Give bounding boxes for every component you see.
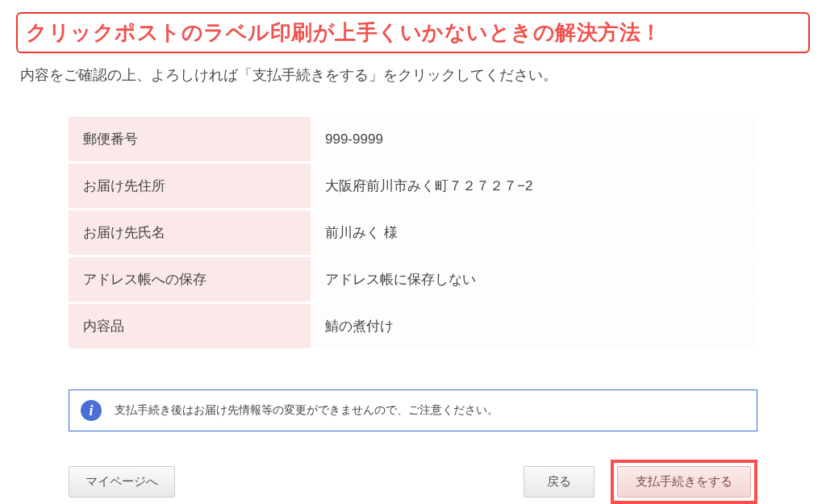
submit-button[interactable]: 支払手続きをする — [617, 466, 751, 498]
instruction-text: 内容をご確認の上、よろしければ「支払手続きをする」をクリックしてください。 — [16, 65, 810, 85]
table-row: お届け先氏名 前川みく 様 — [69, 210, 757, 256]
table-row: アドレス帳への保存 アドレス帳に保存しない — [69, 256, 757, 303]
table-label: お届け先氏名 — [69, 210, 311, 256]
table-row: 内容品 鯖の煮付け — [69, 303, 757, 350]
notice-text: 支払手続き後はお届け先情報等の変更ができませんので、ご注意ください。 — [115, 403, 499, 418]
table-value: 鯖の煮付け — [311, 303, 757, 350]
table-label: 郵便番号 — [69, 117, 311, 163]
table-value: 大阪府前川市みく町７２７２７−2 — [311, 163, 757, 210]
info-icon: i — [81, 400, 102, 421]
title-banner-text: クリックポストのラベル印刷が上手くいかないときの解決方法！ — [26, 19, 800, 47]
table-value: 999-9999 — [311, 117, 757, 163]
notice-box: i 支払手続き後はお届け先情報等の変更ができませんので、ご注意ください。 — [69, 389, 757, 431]
table-label: アドレス帳への保存 — [69, 256, 311, 303]
button-row: マイページへ 戻る 支払手続きをする — [69, 460, 757, 504]
right-button-group: 戻る 支払手続きをする — [524, 460, 757, 504]
table-label: お届け先住所 — [69, 163, 311, 210]
back-button[interactable]: 戻る — [524, 466, 594, 498]
table-value: 前川みく 様 — [311, 210, 757, 256]
table-row: 郵便番号 999-9999 — [69, 117, 757, 163]
mypage-button[interactable]: マイページへ — [69, 466, 175, 498]
content-wrap: 郵便番号 999-9999 お届け先住所 大阪府前川市みく町７２７２７−2 お届… — [16, 117, 810, 504]
info-table: 郵便番号 999-9999 お届け先住所 大阪府前川市みく町７２７２７−2 お届… — [69, 117, 757, 351]
submit-highlight-frame: 支払手続きをする — [611, 460, 757, 504]
title-banner: クリックポストのラベル印刷が上手くいかないときの解決方法！ — [16, 12, 810, 53]
table-row: お届け先住所 大阪府前川市みく町７２７２７−2 — [69, 163, 757, 210]
table-label: 内容品 — [69, 303, 311, 350]
table-value: アドレス帳に保存しない — [311, 256, 757, 303]
